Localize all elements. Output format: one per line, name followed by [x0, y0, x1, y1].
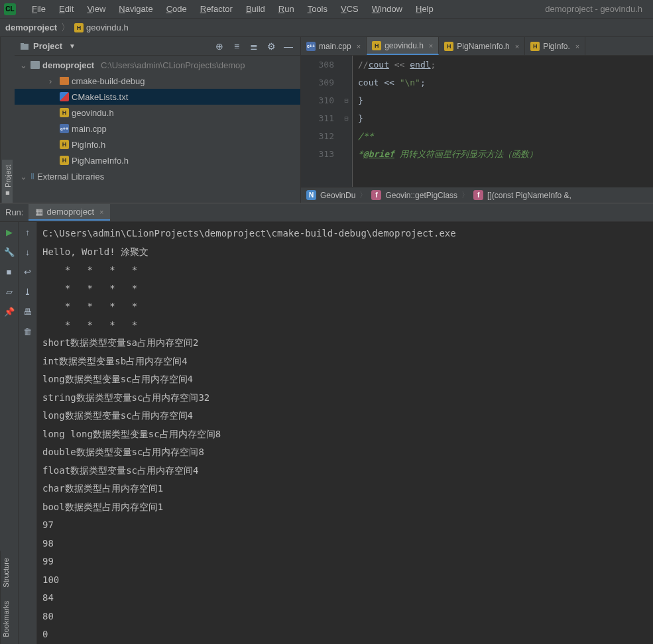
sidebar-tab-structure-label: Structure	[2, 558, 10, 588]
up-icon[interactable]: ↑	[22, 226, 34, 238]
code-area[interactable]: 308309310311312313 ⊟⊟ //cout << endl; co…	[301, 56, 653, 187]
soft-wrap-icon[interactable]: ↩	[22, 266, 34, 278]
close-icon[interactable]: ×	[99, 208, 103, 216]
editor-tab[interactable]: Hgeovindu.h×	[367, 37, 439, 55]
folder-icon	[20, 42, 29, 51]
main-area: ■ Project Project ▼ ⊕ ≡ ≣ ⚙ — ⌄ demoproj…	[0, 37, 653, 203]
tree-item[interactable]: Hgeovindu.h	[15, 105, 300, 121]
nav-bar: demoproject 〉 H geovindu.h	[0, 19, 653, 37]
stop-button[interactable]: ■	[3, 266, 15, 278]
run-config-icon: ▦	[35, 207, 43, 217]
tree-item[interactable]: ›cmake-build-debug	[15, 73, 300, 89]
menu-run[interactable]: Run	[272, 2, 301, 16]
h-file-icon: H	[530, 42, 540, 51]
chevron-down-icon[interactable]: ▼	[69, 42, 76, 50]
rerun-button[interactable]: ▶	[3, 226, 15, 238]
menu-edit[interactable]: Edit	[52, 2, 80, 16]
sidebar-tab-structure[interactable]: Structure	[1, 551, 15, 594]
tree-external-libs[interactable]: ⌄ ⫴ External Libraries	[15, 168, 300, 184]
breadcrumb-project[interactable]: demoproject	[5, 23, 57, 32]
chevron-down-icon: ⌄	[20, 60, 28, 70]
layout-icon[interactable]: ▱	[3, 286, 15, 297]
menu-vcs[interactable]: VCS	[334, 2, 365, 16]
tree-item[interactable]: c++main.cpp	[15, 121, 300, 136]
fold-gutter: ⊟⊟	[341, 56, 353, 187]
down-icon[interactable]: ↓	[22, 246, 34, 258]
locate-icon[interactable]: ⊕	[213, 40, 226, 53]
editor-tab-label: main.cpp	[319, 42, 351, 51]
expand-icon[interactable]: ≡	[230, 40, 243, 53]
breadcrumb-file-label: geovindu.h	[86, 23, 129, 32]
tree-item-label: cmake-build-debug	[72, 76, 145, 86]
scroll-end-icon[interactable]: ⤓	[22, 286, 34, 297]
folder-icon	[60, 77, 69, 85]
sidebar-tab-bookmarks-label: Bookmarks	[2, 601, 10, 637]
cpp-file-icon: c++	[60, 124, 69, 133]
collapse-icon[interactable]: ≣	[247, 40, 261, 53]
run-tab-label: demoproject	[46, 207, 94, 217]
menu-window[interactable]: Window	[365, 2, 409, 16]
tree-item-label: main.cpp	[72, 124, 107, 134]
close-icon[interactable]: ×	[515, 42, 519, 50]
close-icon[interactable]: ×	[429, 42, 433, 50]
editor-tab[interactable]: c++main.cpp×	[301, 37, 367, 55]
crumb-badge: f	[473, 190, 483, 200]
editor-breadcrumbs: NGeovinDu〉fGeovin::getPigClass〉f[](const…	[301, 187, 653, 203]
svg-rect-0	[21, 44, 29, 50]
cmake-icon	[60, 92, 69, 101]
tree-item-label: CMakeLists.txt	[72, 92, 128, 102]
editor-area: c++main.cpp×Hgeovindu.h×HPigNameInfo.h×H…	[301, 37, 653, 203]
wrench-icon[interactable]: 🔧	[3, 246, 15, 258]
tree-item[interactable]: CMakeLists.txt	[15, 89, 300, 105]
run-body: ▶ 🔧 ■ ▱ 📌 ↑ ↓ ↩ ⤓ 🖶 🗑 C:\Users\admin\CLi…	[0, 222, 653, 644]
run-label: Run:	[5, 207, 23, 217]
project-tree: ⌄ demoproject C:\Users\admin\CLionProjec…	[15, 56, 300, 203]
left-gutter-bottom: Bookmarks Structure	[0, 551, 15, 644]
sidebar-tab-bookmarks[interactable]: Bookmarks	[1, 594, 15, 644]
editor-tabs: c++main.cpp×Hgeovindu.h×HPigNameInfo.h×H…	[301, 37, 653, 56]
pin-icon[interactable]: 📌	[3, 305, 15, 317]
trash-icon[interactable]: 🗑	[22, 325, 34, 337]
tree-item-label: PigInfo.h	[72, 140, 105, 150]
gear-icon[interactable]: ⚙	[265, 40, 278, 53]
menu-navigate[interactable]: Navigate	[112, 2, 159, 16]
menu-help[interactable]: Help	[409, 2, 440, 16]
tree-item[interactable]: HPigNameInfo.h	[15, 152, 300, 168]
editor-tab-label: PigInfo.	[543, 42, 570, 51]
tree-item[interactable]: HPigInfo.h	[15, 136, 300, 152]
tree-root-label: demoproject	[42, 60, 94, 70]
h-file-icon: H	[60, 108, 69, 117]
editor-tab[interactable]: HPigNameInfo.h×	[439, 37, 525, 55]
hide-icon[interactable]: —	[282, 40, 295, 53]
run-tab[interactable]: ▦ demoproject ×	[29, 204, 110, 221]
crumb-text[interactable]: Geovin::getPigClass	[385, 191, 457, 200]
h-file-icon: H	[60, 140, 69, 149]
h-file-icon: H	[372, 41, 381, 50]
close-icon[interactable]: ×	[357, 42, 361, 50]
run-toolbar-secondary: ↑ ↓ ↩ ⤓ 🖶 🗑	[19, 222, 37, 644]
menu-file[interactable]: File	[25, 2, 52, 16]
close-icon[interactable]: ×	[575, 42, 579, 50]
console-output[interactable]: C:\Users\admin\CLionProjects\demoproject…	[37, 222, 653, 644]
line-numbers: 308309310311312313	[301, 56, 341, 187]
crumb-text[interactable]: [](const PigNameInfo &,	[487, 191, 571, 200]
menu-code[interactable]: Code	[160, 2, 194, 16]
tree-root[interactable]: ⌄ demoproject C:\Users\admin\CLionProjec…	[15, 57, 300, 73]
left-gutter: ■ Project	[0, 37, 15, 203]
breadcrumb-file[interactable]: H geovindu.h	[74, 23, 129, 32]
editor-tab[interactable]: HPigInfo.×	[525, 37, 585, 55]
crumb-text[interactable]: GeovinDu	[320, 191, 355, 200]
svg-rect-1	[21, 43, 24, 44]
tree-item-label: PigNameInfo.h	[72, 156, 129, 166]
print-icon[interactable]: 🖶	[22, 305, 34, 317]
menu-tools[interactable]: Tools	[301, 2, 334, 16]
menu-refactor[interactable]: Refactor	[194, 2, 239, 16]
menu-build[interactable]: Build	[239, 2, 272, 16]
menu-view[interactable]: View	[80, 2, 112, 16]
h-file-icon: H	[74, 23, 84, 32]
sidebar-tab-project[interactable]: ■ Project	[3, 160, 13, 203]
cpp-file-icon: c++	[306, 42, 316, 51]
library-icon: ⫴	[30, 171, 34, 182]
code-content[interactable]: //cout << endl; cout << "\n"; } } /** *@…	[353, 56, 653, 187]
project-panel: Project ▼ ⊕ ≡ ≣ ⚙ — ⌄ demoproject C:\Use…	[15, 37, 301, 203]
